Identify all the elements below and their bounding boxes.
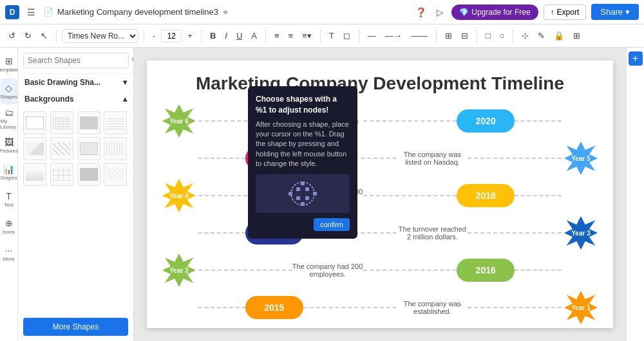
share-button[interactable]: Share ▾ — [591, 4, 639, 20]
timeline-row-2017: 2017 The turnover reached 2 million doll… — [160, 216, 600, 250]
sidebar-item-shapes[interactable]: ◇ Shapes — [1, 78, 17, 104]
search-area: 🔍 — [18, 48, 133, 74]
toolbar-separator-7 — [436, 30, 437, 42]
sidebar-item-more[interactable]: ··· More — [1, 241, 17, 266]
undo-button[interactable]: ↺ — [5, 29, 19, 42]
svg-rect-3 — [296, 196, 300, 200]
font-family-select[interactable]: Times New Ro... — [62, 29, 138, 43]
export-label: Export — [557, 8, 580, 17]
sidebar-item-pictures[interactable]: 🖼 Pictures — [1, 133, 17, 158]
shape-item-9[interactable] — [23, 163, 46, 186]
sidebar-item-text[interactable]: T Text — [1, 187, 17, 212]
dashed-line-2019-left — [198, 158, 245, 159]
tooltip-confirm-button[interactable]: confirm — [314, 218, 350, 231]
line3-button[interactable]: —— — [408, 29, 431, 42]
help-button[interactable]: ❓ — [413, 5, 429, 20]
backgrounds-label: Backgrounds — [24, 95, 74, 104]
title-text: Marketing Company development timeline3 — [57, 7, 218, 17]
settings2-button[interactable]: ⊞ — [570, 29, 583, 42]
main-area: ⊞ Templates ◇ Shapes 🗂 My Library 🖼 Pict… — [0, 48, 644, 341]
dashed-line-2020-far — [515, 120, 562, 122]
desc-2015: The company was established. — [397, 300, 468, 315]
graphs-label: Graphs — [0, 175, 17, 181]
shape-item-3[interactable] — [77, 111, 100, 134]
search-input[interactable] — [23, 53, 129, 68]
library-label: My Library — [1, 118, 17, 130]
more-icon: ··· — [5, 245, 13, 255]
dashed-line-2016-left — [198, 270, 292, 271]
backgrounds-header[interactable]: Backgrounds ▴ — [18, 91, 133, 107]
basic-drawing-header[interactable]: Basic Drawing Sha... ▾ — [18, 74, 133, 91]
shape-item-5[interactable] — [23, 137, 46, 160]
align-more-button[interactable]: ≡▾ — [299, 29, 315, 42]
edit-button[interactable]: ✎ — [535, 29, 548, 42]
svg-rect-7 — [301, 181, 305, 185]
icons-label: Icons — [3, 229, 15, 235]
canvas-page: Marketing Company Development Timeline Y… — [147, 60, 613, 328]
svg-rect-6 — [313, 192, 317, 196]
shape2-button[interactable]: ○ — [497, 29, 508, 42]
year-2016-pill: 2016 — [457, 259, 515, 282]
font-size-input[interactable] — [161, 30, 182, 42]
shape1-button[interactable]: □ — [482, 29, 494, 42]
font-increase-button[interactable]: + — [184, 29, 196, 42]
backgrounds-section: Backgrounds ▴ — [18, 91, 133, 190]
dashed-line-2020-right — [363, 120, 457, 122]
document-title: 📄 Marketing Company development timeline… — [43, 7, 408, 17]
shape-item-1[interactable] — [23, 111, 46, 134]
year-2015-pill: 2015 — [245, 296, 303, 319]
right-panel: + — [626, 48, 644, 341]
font-color-button[interactable]: A — [248, 29, 260, 42]
icons-icon: ⊕ — [5, 218, 13, 228]
shape-item-2[interactable] — [50, 111, 73, 134]
redo-button[interactable]: ↻ — [21, 29, 35, 42]
shape-item-8[interactable] — [104, 137, 127, 160]
shape-item-10[interactable] — [50, 163, 73, 186]
more-shapes-button[interactable]: ⊟ — [458, 29, 471, 42]
icon-bar: ⊞ Templates ◇ Shapes 🗂 My Library 🖼 Pict… — [0, 48, 18, 341]
timeline-body: Year 6 It became the most famous company… — [147, 104, 613, 324]
shape-item-6[interactable] — [50, 137, 73, 160]
more-shapes-btn[interactable]: More Shapes — [23, 318, 128, 336]
font-decrease-button[interactable]: - — [149, 29, 158, 42]
toolbar-separator-3 — [201, 30, 202, 42]
upgrade-button[interactable]: 💎 Upgrade for Free — [451, 5, 538, 20]
shape-item-4[interactable] — [104, 111, 127, 134]
shape-item-12[interactable] — [104, 163, 127, 186]
lock-button[interactable]: 🔒 — [551, 29, 567, 42]
sidebar-item-graphs[interactable]: 📊 Graphs — [1, 160, 17, 185]
italic-button[interactable]: I — [222, 29, 231, 42]
diamond-icon: 💎 — [459, 8, 469, 17]
text-button[interactable]: T — [326, 29, 337, 42]
bold-button[interactable]: B — [207, 29, 219, 42]
line-button[interactable]: — — [365, 29, 379, 42]
export-button[interactable]: ↑ Export — [544, 5, 587, 20]
align-center-button[interactable]: ≡ — [285, 29, 297, 42]
app-logo: D — [5, 5, 19, 19]
year-2018-pill: 2018 — [457, 184, 515, 207]
table-button[interactable]: ⊞ — [442, 29, 455, 42]
sidebar-item-icons[interactable]: ⊕ Icons — [1, 214, 17, 239]
text-label: Text — [4, 202, 14, 208]
year6-badge: Year 6 — [160, 104, 198, 138]
sidebar-item-templates[interactable]: ⊞ Templates — [1, 51, 17, 77]
basic-drawing-section: Basic Drawing Sha... ▾ — [18, 74, 133, 91]
menu-button[interactable]: ☰ — [24, 5, 38, 20]
cursor-button[interactable]: ↖ — [37, 29, 51, 42]
underline-button[interactable]: U — [233, 29, 245, 42]
star-icon[interactable]: ★ — [222, 8, 229, 17]
pictures-icon: 🖼 — [5, 137, 14, 147]
pointer-button[interactable]: ⊹ — [518, 29, 532, 42]
year5-badge: Year 5 — [562, 142, 600, 175]
canvas-area[interactable]: Choose shapes with a %1 to adjust nodes!… — [134, 48, 626, 341]
sidebar-item-library[interactable]: 🗂 My Library — [1, 106, 17, 131]
shape-item-7[interactable] — [77, 137, 100, 160]
align-left-button[interactable]: ≡ — [271, 29, 283, 42]
line2-button[interactable]: —→ — [382, 29, 405, 42]
play-button[interactable]: ▷ — [434, 5, 446, 20]
shape-item-11[interactable] — [77, 163, 100, 186]
add-button[interactable]: + — [629, 51, 643, 66]
dashed-line-2018-far — [515, 195, 562, 196]
toolbar: ↺ ↻ ↖ Times New Ro... - + B I U A ≡ ≡ ≡▾… — [0, 24, 644, 48]
opacity-button[interactable]: ◻ — [340, 29, 354, 42]
